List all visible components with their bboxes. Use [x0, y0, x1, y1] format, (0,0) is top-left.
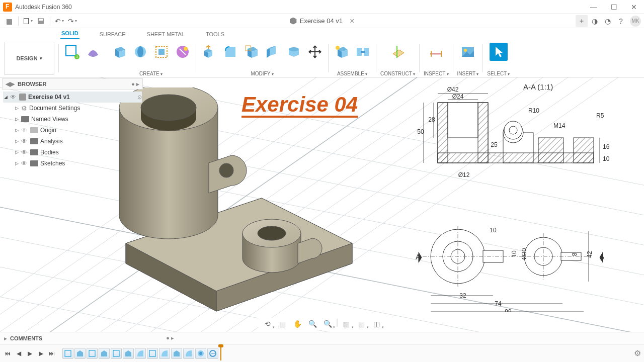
tree-item[interactable]: ▷👁Origin: [3, 125, 142, 136]
svg-point-67: [509, 126, 517, 134]
timeline-feature[interactable]: [74, 348, 86, 359]
pan-button[interactable]: ✋: [292, 319, 304, 329]
timeline-end-button[interactable]: ⏭: [47, 349, 56, 358]
document-close-button[interactable]: ×: [350, 17, 354, 26]
timeline-feature[interactable]: [135, 348, 146, 359]
tab-solid[interactable]: SOLID: [60, 28, 79, 39]
canvas-nav-toolbar: ⟲ ▦ ✋ 🔍 🔍 ▥ ▦ ◫: [259, 318, 386, 330]
tree-item[interactable]: ▷Named Views: [3, 114, 142, 125]
save-button[interactable]: [35, 15, 47, 27]
select-label[interactable]: SELECT: [487, 71, 510, 76]
svg-rect-1: [24, 19, 28, 24]
browser-options-icon[interactable]: ● ▸: [131, 81, 139, 87]
canvas-area[interactable]: Exercise 04 A-A (1:1): [0, 77, 644, 332]
joint-button[interactable]: [354, 43, 372, 61]
form-button[interactable]: [84, 43, 102, 61]
timeline-prev-button[interactable]: ◀: [14, 349, 23, 358]
chamfer-button[interactable]: [243, 43, 261, 61]
undo-button[interactable]: ↶: [53, 15, 65, 27]
tab-surface[interactable]: SURFACE: [99, 29, 127, 39]
grid-button[interactable]: ▦: [356, 319, 368, 329]
shell-button[interactable]: [264, 43, 282, 61]
modify-label[interactable]: MODIFY: [251, 71, 273, 76]
timeline-feature[interactable]: [111, 348, 122, 359]
comments-options-icon[interactable]: ● ▸: [166, 335, 174, 341]
loft-button[interactable]: [174, 43, 192, 61]
window-maximize-button[interactable]: ☐: [604, 0, 624, 14]
look-at-button[interactable]: ▦: [277, 319, 289, 329]
svg-point-24: [464, 49, 467, 52]
zoom-button[interactable]: 🔍: [307, 319, 319, 329]
ribbon-group-inspect: INSPECT: [420, 40, 453, 76]
insert-button[interactable]: [459, 43, 477, 61]
construct-label[interactable]: CONSTRUCT: [380, 71, 415, 76]
fillet-button[interactable]: [221, 43, 239, 61]
timeline-feature[interactable]: [183, 348, 194, 359]
press-pull-button[interactable]: [200, 43, 218, 61]
job-status-button[interactable]: ◔: [602, 15, 614, 27]
tree-root[interactable]: ◢👁 Exercise 04 v1 ⊙: [3, 92, 142, 103]
inspect-button[interactable]: [427, 43, 445, 61]
workspace-switcher[interactable]: DESIGN: [4, 42, 54, 75]
component-button[interactable]: [333, 43, 351, 61]
tree-item[interactable]: ▷⚙Document Settings: [3, 103, 142, 114]
browser-title: BROWSER: [18, 81, 46, 87]
dim-m14: M14: [553, 122, 566, 129]
move-button[interactable]: [306, 43, 324, 61]
sweep-button[interactable]: [152, 43, 171, 61]
file-menu-button[interactable]: [22, 15, 34, 27]
help-button[interactable]: ?: [615, 15, 627, 27]
timeline-feature[interactable]: [123, 348, 134, 359]
assemble-label[interactable]: ASSEMBLE: [337, 71, 367, 76]
svg-rect-58: [448, 103, 478, 138]
user-avatar[interactable]: MK: [630, 16, 641, 27]
revolve-button[interactable]: [131, 43, 149, 61]
insert-label[interactable]: INSERT: [457, 71, 479, 76]
timeline-feature[interactable]: [147, 348, 158, 359]
timeline-next-button[interactable]: ▶: [36, 349, 45, 358]
fit-button[interactable]: 🔍: [322, 319, 334, 329]
display-button[interactable]: ▥: [341, 319, 353, 329]
orbit-button[interactable]: ⟲: [262, 319, 274, 329]
timeline-feature[interactable]: [62, 348, 73, 359]
ribbon-group-construct: CONSTRUCT: [376, 40, 419, 76]
dim-w10: 10: [490, 227, 497, 234]
timeline-feature[interactable]: [171, 348, 182, 359]
sketch-button[interactable]: +: [63, 43, 81, 61]
svg-rect-64: [538, 138, 564, 163]
ribbon-group-select: SELECT: [483, 40, 514, 76]
tree-item[interactable]: ▷👁Sketches: [3, 158, 142, 169]
tab-tools[interactable]: TOOLS: [205, 29, 225, 39]
grid-menu-button[interactable]: ▦: [3, 15, 15, 27]
select-button[interactable]: [490, 43, 508, 61]
dim-h16: 16: [603, 143, 610, 150]
section-label: A-A (1:1): [523, 82, 553, 91]
redo-button[interactable]: ↷: [66, 15, 78, 27]
browser-header[interactable]: ◀▶ BROWSER ● ▸: [2, 78, 143, 89]
timeline-start-button[interactable]: ⏮: [3, 349, 12, 358]
extensions-button[interactable]: ◑: [589, 15, 601, 27]
combine-button[interactable]: [285, 43, 303, 61]
pin-icon[interactable]: ◀▶: [6, 80, 15, 87]
timeline-feature[interactable]: [99, 348, 110, 359]
tree-item[interactable]: ▷👁Bodies: [3, 147, 142, 158]
timeline-marker[interactable]: [220, 346, 221, 360]
window-minimize-button[interactable]: —: [584, 0, 604, 14]
tab-sheet-metal[interactable]: SHEET METAL: [146, 29, 186, 39]
extrude-button[interactable]: [110, 43, 128, 61]
timeline-feature[interactable]: [87, 348, 98, 359]
inspect-label[interactable]: INSPECT: [424, 71, 449, 76]
tree-item[interactable]: ▷👁Analysis: [3, 136, 142, 147]
viewport-button[interactable]: ◫: [371, 319, 383, 329]
timeline-feature[interactable]: [195, 348, 206, 359]
timeline-settings-button[interactable]: ⚙: [634, 348, 641, 358]
new-tab-button[interactable]: ＋: [576, 15, 588, 27]
timeline-feature[interactable]: [207, 348, 218, 359]
document-tab[interactable]: Exercise 04 v1 ×: [290, 17, 355, 26]
window-close-button[interactable]: ✕: [624, 0, 644, 14]
construct-button[interactable]: [389, 43, 407, 61]
timeline-feature[interactable]: [159, 348, 170, 359]
comments-bar[interactable]: ▸ COMMENTS ● ▸: [0, 332, 644, 344]
create-label[interactable]: CREATE: [139, 71, 163, 76]
timeline-play-button[interactable]: ▶: [25, 349, 34, 358]
